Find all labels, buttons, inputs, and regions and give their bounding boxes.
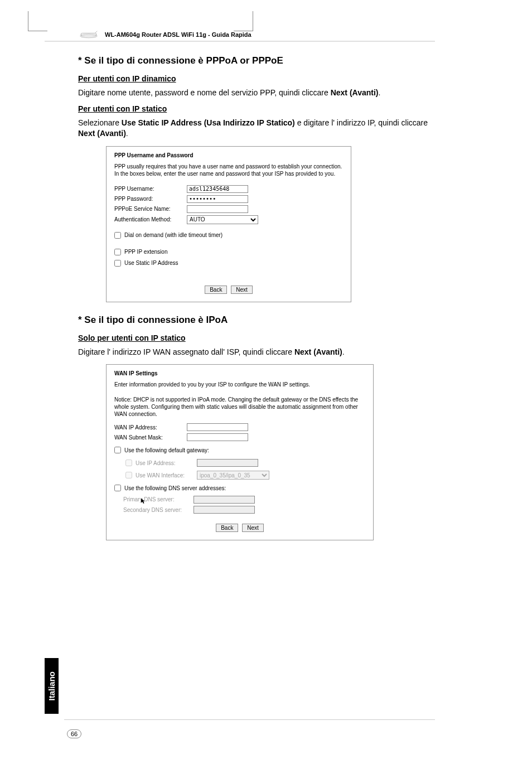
ppp-service-label: PPPoE Service Name:	[114, 206, 187, 212]
static-ip-body: Selezionare Use Static IP Address (Usa I…	[78, 118, 435, 139]
secondary-dns-label: Secondary DNS server:	[123, 507, 194, 513]
section2-heading: * Se il tipo di connessione è IPoA	[78, 315, 435, 326]
dyn-body-pre: Digitare nome utente, password e nome de…	[78, 88, 331, 97]
router-icon	[78, 31, 99, 38]
ppp-back-button[interactable]: Back	[205, 286, 227, 294]
static-ip-heading: Per utenti con IP statico	[78, 104, 435, 113]
dyn-body-bold: Next (Avanti)	[331, 88, 379, 97]
cursor-icon	[141, 498, 146, 505]
ppp-title: PPP Username and Password	[114, 152, 343, 158]
wan-interface-select[interactable]: ipoa_0_35/ipa_0_35	[197, 471, 269, 480]
use-wan-interface-label: Use WAN Interface:	[136, 472, 197, 478]
dynamic-ip-body: Digitare nome utente, password e nome de…	[78, 88, 435, 99]
svg-line-2	[95, 31, 97, 33]
page-number: 66	[67, 729, 81, 738]
wan-title: WAN IP Settings	[114, 370, 365, 376]
wan-ip-input[interactable]	[187, 423, 248, 431]
secondary-dns-input[interactable]	[194, 506, 255, 514]
ppp-desc: PPP usually requires that you have a use…	[114, 163, 343, 177]
ppp-service-input[interactable]	[187, 205, 248, 213]
wan-mask-label: WAN Subnet Mask:	[114, 434, 187, 441]
use-default-gateway-checkbox[interactable]	[114, 447, 121, 453]
ppp-password-input[interactable]	[187, 195, 248, 203]
ppp-username-input[interactable]	[187, 185, 248, 193]
ppp-auth-label: Authentication Method:	[114, 216, 187, 223]
doc-header: WL-AM604g Router ADSL WiFi 11g - Guida R…	[45, 31, 435, 42]
section2-sub-heading: Solo per utenti con IP statico	[78, 333, 435, 342]
use-dns-label: Use the following DNS server addresses:	[124, 485, 226, 491]
s2-body-bold: Next (Avanti)	[294, 347, 342, 356]
primary-dns-input[interactable]	[194, 496, 255, 504]
dyn-body-post: .	[378, 88, 380, 97]
dynamic-ip-heading: Per utenti con IP dinamico	[78, 74, 435, 83]
stat-body-post: .	[126, 129, 128, 138]
wan-next-button[interactable]: Next	[242, 524, 264, 532]
wan-settings-panel: WAN IP Settings Enter information provid…	[106, 364, 374, 540]
use-wan-interface-checkbox[interactable]	[125, 472, 132, 478]
ppp-settings-panel: PPP Username and Password PPP usually re…	[106, 146, 351, 302]
use-ip-address-label: Use IP Address:	[136, 460, 197, 466]
stat-body-pre: Selezionare	[78, 118, 122, 127]
gateway-ip-input[interactable]	[197, 459, 258, 467]
header-product-line: WL-AM604g Router ADSL WiFi 11g - Guida R…	[105, 31, 252, 38]
wan-mask-input[interactable]	[187, 433, 248, 441]
section1-heading: * Se il tipo di connessione è PPPoA or P…	[78, 55, 435, 66]
s2-body-pre: Digitare l' indirizzo IP WAN assegnato d…	[78, 347, 294, 356]
wan-desc: Enter information provided to you by you…	[114, 381, 365, 388]
footer-line	[64, 719, 435, 720]
ppp-password-label: PPP Password:	[114, 196, 187, 202]
ppp-auth-select[interactable]: AUTO	[187, 215, 258, 224]
ppp-ip-ext-label: PPP IP extension	[124, 249, 167, 255]
use-dns-checkbox[interactable]	[114, 485, 121, 491]
use-default-gateway-label: Use the following default gateway:	[124, 447, 209, 453]
primary-dns-label: Primary DNS server:	[123, 496, 194, 503]
section2-body: Digitare l' indirizzo IP WAN assegnato d…	[78, 347, 435, 358]
use-ip-address-checkbox[interactable]	[125, 460, 132, 466]
stat-body-bold2: Next (Avanti)	[78, 129, 126, 138]
ppp-ip-ext-checkbox[interactable]	[114, 249, 121, 255]
wan-back-button[interactable]: Back	[216, 524, 238, 532]
s2-body-post: .	[342, 347, 345, 356]
dial-on-demand-checkbox[interactable]	[114, 232, 121, 239]
use-static-ip-checkbox[interactable]	[114, 260, 121, 267]
stat-body-bold1: Use Static IP Address (Usa Indirizzo IP …	[122, 118, 295, 127]
ppp-username-label: PPP Username:	[114, 186, 187, 192]
use-static-ip-label: Use Static IP Address	[124, 260, 178, 266]
language-tab: Italiano	[45, 658, 59, 714]
ppp-next-button[interactable]: Next	[231, 286, 253, 294]
dial-on-demand-label: Dial on demand (with idle timeout timer)	[124, 232, 223, 238]
wan-ip-label: WAN IP Address:	[114, 424, 187, 431]
stat-body-mid: e digitare l' indirizzo IP, quindi clicc…	[295, 118, 428, 127]
wan-notice: Notice: DHCP is not supported in IPoA mo…	[114, 396, 365, 418]
